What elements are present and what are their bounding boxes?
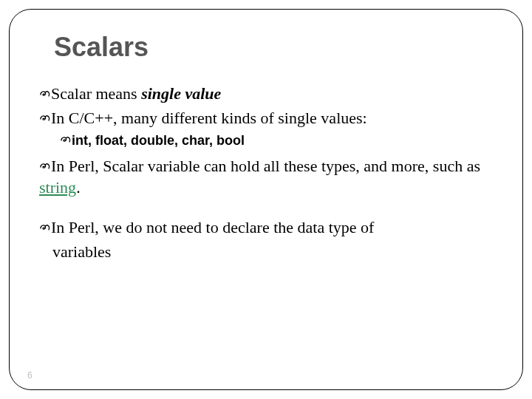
- sub-bullet-item: int, float, double, char, bool: [60, 133, 493, 149]
- bullet-3-link: string: [39, 178, 76, 197]
- bullet-1-text: Scalar means: [51, 84, 141, 103]
- bullet-3-suffix: .: [76, 178, 81, 197]
- bullet-icon: [39, 84, 51, 103]
- bullet-4-line1: In Perl, we do not need to declare the d…: [51, 218, 374, 236]
- bullet-item-4: In Perl, we do not need to declare the d…: [39, 217, 493, 239]
- bullet-icon: [39, 218, 51, 237]
- bullet-icon: [60, 134, 72, 148]
- sub-bullet-text: int, float, double, char, bool: [72, 133, 245, 148]
- slide-title: Scalars: [54, 32, 493, 63]
- bullet-icon: [39, 109, 51, 128]
- bullet-icon: [39, 157, 51, 176]
- bullet-1-emphasis: single value: [141, 84, 221, 103]
- bullet-item-4-cont: variables: [39, 242, 493, 263]
- page-number: 6: [27, 370, 33, 381]
- slide-frame: Scalars Scalar means single value In C/C…: [9, 9, 523, 390]
- bullet-3-text: In Perl, Scalar variable can hold all th…: [51, 157, 480, 175]
- bullet-item-2: In C/C++, many different kinds of single…: [39, 108, 493, 129]
- bullet-item-1: Scalar means single value: [39, 83, 493, 105]
- bullet-4-line2: variables: [52, 242, 111, 261]
- bullet-2-text: In C/C++, many different kinds of single…: [51, 109, 367, 127]
- bullet-item-3: In Perl, Scalar variable can hold all th…: [39, 156, 493, 198]
